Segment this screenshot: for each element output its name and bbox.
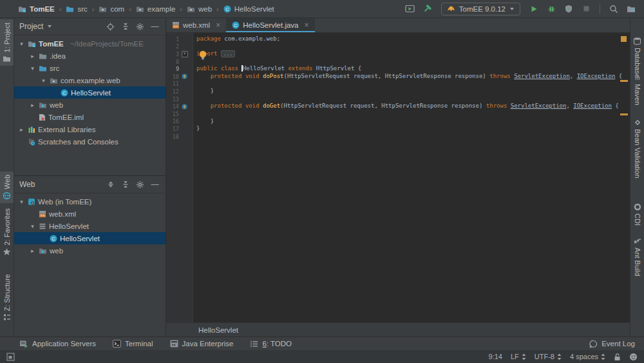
right-tool-stripe: DatabasemMavenBean ValidationCDIAnt Buil… — [630, 18, 644, 337]
build-hammer-button[interactable] — [420, 2, 435, 16]
folded-code[interactable]: ... — [221, 50, 235, 57]
app-servers-icon — [19, 340, 28, 348]
close-icon[interactable]: × — [305, 21, 309, 29]
search-everywhere-button[interactable] — [606, 2, 621, 16]
webapp-icon — [28, 198, 35, 206]
breadcrumb-item-src[interactable]: src — [66, 5, 87, 13]
status-lf[interactable]: LF — [511, 353, 526, 360]
tool-stripe-1-project[interactable]: 1: Project — [0, 19, 14, 66]
editor-tab-web-xml[interactable]: <>web.xml× — [166, 18, 226, 32]
line-number: 18 — [166, 133, 179, 140]
code-line: import ... — [196, 50, 630, 58]
breadcrumb-item-example[interactable]: example — [136, 5, 175, 13]
locate-file-button[interactable] — [105, 23, 116, 31]
tree-item-helloservlet[interactable]: CHelloServlet — [14, 86, 166, 99]
inspections-profile-icon[interactable] — [629, 353, 638, 361]
warning-stripe-mark[interactable] — [620, 80, 628, 82]
code-line — [196, 110, 630, 118]
chevron-down-icon[interactable] — [47, 25, 52, 28]
expand-arrow[interactable]: ▸ — [29, 53, 36, 59]
status-utf-8[interactable]: UTF-8 — [535, 353, 562, 360]
override-method-icon[interactable] — [182, 104, 187, 110]
breadcrumb-separator: › — [216, 5, 219, 13]
project-structure-button[interactable] — [623, 2, 639, 16]
tool-stripe-2-favorites[interactable]: 2: Favorites — [0, 205, 14, 259]
run-config-select[interactable]: TomEE 9.0.12 — [441, 3, 520, 15]
ide-window: TomEE›src›com›example›web›CHelloServlet … — [0, 0, 644, 363]
web-tree: ▾Web (in TomEE)<>web.xml▾HelloServletCHe… — [14, 193, 166, 337]
event-log-button[interactable]: Event Log — [589, 340, 635, 348]
tree-item-web-in-tomee[interactable]: ▾Web (in TomEE) — [14, 195, 166, 208]
tree-item-helloservlet[interactable]: CHelloServlet — [14, 232, 166, 244]
tool-window-button-application-servers[interactable]: Application Servers — [19, 340, 96, 348]
tool-window-button-java-enterprise[interactable]: Java Enterprise — [170, 340, 234, 348]
settings-gear-button[interactable] — [135, 181, 146, 189]
expand-arrow[interactable]: ▾ — [29, 65, 36, 72]
tree-item-helloservlet[interactable]: ▾HelloServlet — [14, 220, 166, 232]
tree-item-tomee-iml[interactable]: TomEE.iml — [14, 111, 166, 123]
tree-item-external-libraries[interactable]: ▸External Libraries — [14, 123, 166, 135]
svg-text:C: C — [225, 6, 229, 12]
line-number: 13 — [166, 96, 179, 103]
expand-arrow[interactable]: ▾ — [18, 41, 25, 47]
expand-arrow[interactable]: ▾ — [18, 199, 25, 205]
tree-item-src[interactable]: ▾src — [14, 62, 166, 74]
code-editor[interactable]: 123+89101112131415161718 package com.exa… — [166, 33, 630, 322]
collapse-all-button[interactable] — [120, 23, 131, 30]
breadcrumb-item-helloservlet[interactable]: CHelloServlet — [223, 5, 274, 13]
run-tool-window-button[interactable] — [402, 2, 418, 16]
svg-text:C: C — [234, 23, 238, 28]
breadcrumb-class[interactable]: HelloServlet — [198, 326, 238, 334]
expand-arrow[interactable]: ▸ — [18, 126, 25, 133]
status-9-14[interactable]: 9:14 — [489, 353, 502, 360]
error-stripe-indicator[interactable] — [621, 36, 627, 42]
run-with-coverage-button[interactable] — [561, 2, 576, 16]
editor-area: <>web.xml×CHelloServlet.java× 123+891011… — [166, 18, 630, 337]
readonly-lock-icon[interactable] — [614, 353, 621, 361]
updown-icon — [522, 353, 526, 360]
tree-item-web[interactable]: ▸web — [14, 244, 166, 257]
tree-item-web-xml[interactable]: <>web.xml — [14, 208, 166, 220]
stop-button[interactable] — [578, 2, 594, 16]
editor-tab-helloservlet-java[interactable]: CHelloServlet.java× — [226, 18, 314, 32]
tool-window-button-terminal[interactable]: Terminal — [113, 340, 153, 348]
hide-panel-button[interactable]: — — [149, 181, 160, 188]
tree-item-web[interactable]: ▸web — [14, 99, 166, 111]
status-4-spaces[interactable]: 4 spaces — [570, 353, 605, 360]
tool-stripe-maven[interactable]: mMaven — [630, 71, 644, 108]
intention-bulb-icon[interactable] — [198, 50, 207, 61]
warning-stripe-mark[interactable] — [620, 113, 628, 115]
hide-panel-button[interactable]: — — [149, 23, 160, 30]
settings-gear-button[interactable] — [135, 23, 146, 31]
tool-stripe-cdi[interactable]: CDI — [630, 201, 644, 228]
breadcrumb-item-web[interactable]: web — [187, 5, 212, 13]
tree-item-scratches-and-consoles[interactable]: Scratches and Consoles — [14, 135, 166, 148]
tree-item-tomee[interactable]: ▾TomEE~/IdeaProjects/TomEE — [14, 37, 166, 50]
expand-arrow[interactable]: ▸ — [29, 248, 36, 254]
terminal-icon — [113, 340, 121, 348]
breadcrumb-item-com[interactable]: com — [99, 5, 124, 13]
close-icon[interactable]: × — [216, 21, 220, 29]
tool-stripe-bean-validation[interactable]: Bean Validation — [630, 116, 644, 181]
tool-stripe-web[interactable]: Web — [0, 172, 14, 203]
updown-icon — [557, 353, 562, 360]
tool-stripe-ant-build[interactable]: Ant Build — [630, 234, 644, 279]
run-button[interactable] — [526, 2, 542, 16]
tool-window-button-todo[interactable]: 6: TODO — [250, 340, 292, 348]
code-line: } — [196, 88, 630, 95]
tool-stripe-z-structure[interactable]: Z: Structure — [0, 271, 14, 324]
debug-button[interactable] — [544, 2, 559, 16]
collapse-all-button[interactable] — [120, 181, 131, 188]
expand-all-button[interactable] — [105, 181, 116, 188]
tool-window-switcher-icon[interactable] — [6, 353, 15, 361]
tree-item-com-example-web[interactable]: ▾com.example.web — [14, 74, 166, 86]
expand-arrow[interactable]: ▾ — [40, 77, 47, 84]
fold-expand-icon[interactable]: + — [182, 51, 188, 57]
breadcrumb-item-tomee[interactable]: TomEE — [18, 5, 55, 13]
override-method-icon[interactable] — [182, 74, 187, 79]
tree-item-idea[interactable]: ▸.idea — [14, 50, 166, 62]
expand-arrow[interactable]: ▾ — [29, 223, 36, 230]
project-panel-header: Project — — [14, 18, 166, 35]
structure-tab-icon — [3, 313, 11, 321]
expand-arrow[interactable]: ▸ — [29, 102, 36, 108]
